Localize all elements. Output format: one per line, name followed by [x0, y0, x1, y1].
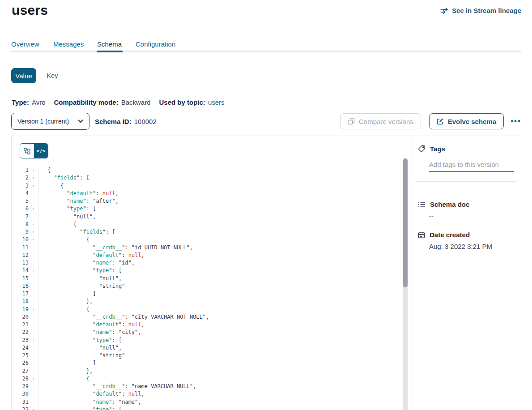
tab-configuration[interactable]: Configuration — [136, 40, 175, 48]
code-line: 20 "__crdb__": "city VARCHAR NOT NULL", — [12, 313, 412, 321]
fold-arrow-icon[interactable]: ▾ — [29, 205, 38, 213]
tree-view-icon — [24, 148, 30, 154]
fold-arrow-icon[interactable]: ▾ — [29, 236, 38, 243]
evolve-schema-button[interactable]: Evolve schema — [429, 113, 504, 129]
fold-gutter — [29, 259, 38, 267]
code-text: "default": null, — [38, 252, 145, 259]
fold-arrow-icon[interactable]: ▾ — [29, 174, 38, 182]
code-line: 32▾ "type": [ — [12, 406, 412, 410]
line-number: 6 — [12, 205, 29, 213]
fold-gutter — [29, 190, 38, 197]
fold-gutter — [29, 344, 38, 352]
code-line: 28▾ { — [12, 375, 412, 383]
compare-versions-icon — [348, 118, 355, 125]
code-text: "null", — [38, 344, 122, 352]
meta-type: Type: Avro — [12, 98, 45, 106]
line-number: 4 — [12, 190, 29, 197]
fold-gutter — [29, 313, 38, 321]
line-number: 7 — [12, 213, 29, 221]
evolve-schema-label: Evolve schema — [448, 118, 496, 125]
key-toggle-link[interactable]: Key — [47, 72, 58, 79]
fold-gutter — [29, 383, 38, 390]
fold-arrow-icon[interactable]: ▾ — [29, 228, 38, 236]
line-number: 3 — [12, 182, 29, 190]
date-created-title: Date created — [430, 231, 470, 239]
line-number: 5 — [12, 197, 29, 205]
fold-arrow-icon[interactable]: ▾ — [29, 406, 38, 410]
code-view-icon: </> — [37, 148, 46, 154]
code-text: "default": null, — [38, 190, 119, 197]
code-view-button[interactable]: </> — [34, 144, 48, 158]
schema-doc-value: -- — [429, 212, 469, 220]
code-line: 3▾ { — [12, 182, 412, 190]
code-line: 9▾ "fields": [ — [12, 228, 412, 236]
fold-arrow-icon[interactable]: ▾ — [29, 375, 38, 383]
line-number: 15 — [12, 275, 29, 282]
schema-id: Schema ID: 100002 — [95, 118, 157, 125]
fold-gutter — [29, 213, 38, 221]
version-select-value: Version 1 (current) — [17, 118, 69, 125]
line-number: 13 — [12, 259, 29, 267]
code-text: ] — [38, 359, 96, 367]
code-line: 8▾ { — [12, 221, 412, 228]
more-options-icon[interactable]: ••• — [511, 117, 521, 126]
fold-arrow-icon[interactable]: ▾ — [29, 306, 38, 313]
compare-versions-label: Compare versions — [359, 118, 413, 125]
tab-messages[interactable]: Messages — [53, 40, 84, 48]
code-text: "type": [ — [38, 406, 122, 410]
code-line: 10▾ { — [12, 236, 412, 243]
tab-overview[interactable]: Overview — [11, 40, 39, 48]
code-line: 1▾{ — [12, 167, 412, 174]
code-line: 6▾ "type": [ — [12, 205, 412, 213]
fold-gutter — [29, 252, 38, 259]
tab-track — [11, 51, 521, 52]
tree-view-button[interactable] — [20, 144, 34, 158]
line-number: 10 — [12, 236, 29, 243]
schema-doc-heading: Schema doc — [418, 201, 469, 208]
line-number: 17 — [12, 290, 29, 298]
code-text: "__crdb__": "city VARCHAR NOT NULL", — [38, 313, 209, 321]
code-line: 12 "default": null, — [12, 252, 412, 259]
fold-arrow-icon[interactable]: ▾ — [29, 167, 38, 174]
stream-lineage-link[interactable]: See in Stream lineage — [440, 7, 521, 14]
code-text: "string" — [38, 352, 125, 359]
code-line: 26 ] — [12, 359, 412, 367]
schema-id-label: Schema ID: — [95, 118, 132, 125]
code-text: "default": null, — [38, 390, 145, 398]
compare-versions-button[interactable]: Compare versions — [340, 113, 421, 129]
tag-icon — [418, 145, 426, 153]
tab-schema[interactable]: Schema — [97, 40, 122, 48]
chevron-down-icon — [78, 120, 83, 123]
fold-arrow-icon[interactable]: ▾ — [29, 267, 38, 274]
fold-arrow-icon[interactable]: ▾ — [29, 221, 38, 228]
line-number: 32 — [12, 406, 29, 410]
line-number: 22 — [12, 329, 29, 336]
line-number: 26 — [12, 359, 29, 367]
schema-id-value: 100002 — [134, 118, 157, 125]
code-text: "default": null, — [38, 321, 145, 329]
version-select[interactable]: Version 1 (current) — [11, 113, 89, 130]
tags-input[interactable] — [429, 159, 514, 172]
code-line: 19▾ { — [12, 306, 412, 313]
tags-heading: Tags — [418, 145, 515, 153]
code-text: "string" — [38, 282, 125, 290]
line-number: 29 — [12, 383, 29, 390]
schema-editor: </> 1▾{2▾ "fields": [3▾ {4 "default": nu… — [12, 136, 412, 410]
fold-arrow-icon[interactable]: ▾ — [29, 182, 38, 190]
code-text: { — [38, 306, 89, 313]
editor-scrollbar-thumb[interactable] — [403, 158, 408, 287]
fold-arrow-icon[interactable]: ▾ — [29, 337, 38, 344]
line-number: 30 — [12, 390, 29, 398]
list-icon — [418, 201, 426, 208]
code-text: "__crdb__": "id UUID NOT NULL", — [38, 244, 193, 252]
editor-scrollbar-track[interactable] — [403, 158, 408, 410]
fold-gutter — [29, 321, 38, 329]
stream-lineage-icon — [440, 8, 448, 14]
value-toggle-button[interactable]: Value — [11, 68, 36, 83]
code-line: 17 ] — [12, 290, 412, 298]
line-number: 9 — [12, 228, 29, 236]
schema-page: users See in Stream lineage Overview Mes… — [0, 0, 532, 410]
line-number: 23 — [12, 337, 29, 344]
line-number: 18 — [12, 298, 29, 305]
used-by-topic-link[interactable]: users — [208, 98, 225, 106]
